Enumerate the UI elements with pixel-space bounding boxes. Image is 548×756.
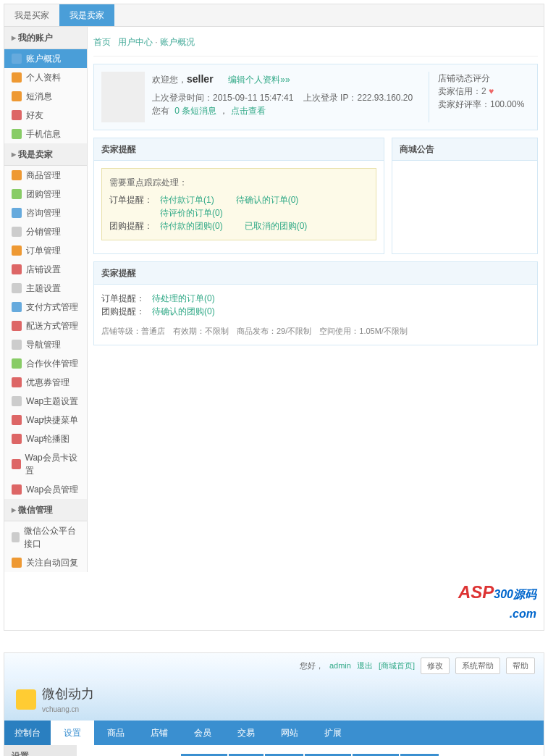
home-icon [12, 54, 22, 64]
goods-icon [12, 170, 22, 180]
distribute-icon [12, 227, 22, 237]
store-score: 店铺动态评分 卖家信用：2 ♥ 卖家好评率：100.00% [429, 72, 530, 122]
shipping-icon [12, 321, 22, 331]
username: seller [187, 73, 214, 85]
nav-extend[interactable]: 扩展 [311, 721, 355, 745]
role-tabs: 我是买家 我是卖家 [4, 4, 544, 27]
group-pending-link[interactable]: 待付款的团购(0) [160, 221, 223, 231]
sidebar-item-consult[interactable]: 咨询管理 [4, 203, 87, 222]
sidebar-item-nav[interactable]: 导航管理 [4, 335, 87, 354]
subtab-site[interactable]: 网站设置 [85, 754, 132, 757]
tab-seller[interactable]: 我是卖家 [59, 4, 114, 26]
wap-slide-icon [12, 434, 22, 444]
nav-settings[interactable]: 设置 [51, 721, 94, 745]
group-confirm-link[interactable]: 待确认的团购(0) [152, 306, 215, 316]
sidebar-item-store[interactable]: 店铺设置 [4, 260, 87, 279]
reply-icon [12, 558, 22, 568]
admin-main: 网站设置 系统设置 基本信息 Email 短信码 开发设置 货币设置 二维码 时… [77, 745, 544, 757]
sidebar-item-wap-theme[interactable]: Wap主题设置 [4, 392, 87, 411]
breadcrumb: 首页 用户中心 · 账户概况 [93, 33, 538, 56]
nav-goods[interactable]: 商品 [94, 721, 138, 745]
sidebar-item-partner[interactable]: 合作伙伴管理 [4, 354, 87, 373]
sidebar-item-shipping[interactable]: 配送方式管理 [4, 316, 87, 335]
sidebar-item-profile[interactable]: 个人资料 [4, 68, 87, 87]
subtab-sms[interactable]: 短信码 [265, 754, 303, 757]
subtab-currency[interactable]: 货币设置 [353, 754, 399, 757]
payment-icon [12, 302, 22, 312]
avatar [101, 72, 145, 122]
friends-icon [12, 110, 22, 120]
sidebar-item-friends[interactable]: 好友 [4, 106, 87, 125]
admin-panel: 您好，admin 退出 [商城首页] 修改 系统帮助 帮助 微创动力vchuan… [4, 652, 544, 756]
mail-icon [12, 91, 22, 101]
main-nav: 控制台 设置 商品 店铺 会员 交易 网站 扩展 [4, 721, 544, 745]
nav-icon [12, 340, 22, 350]
wap-card-icon [12, 459, 21, 469]
nav-member[interactable]: 会员 [181, 721, 224, 745]
group-icon [12, 189, 22, 199]
nav-website[interactable]: 网站 [268, 721, 311, 745]
last-login-ip: 222.93.160.20 [357, 93, 413, 103]
sidebar-item-wx-api[interactable]: 微信公众平台接口 [4, 521, 87, 553]
sidebar-item-wx-reply[interactable]: 关注自动回复 [4, 553, 87, 572]
edit-profile-link[interactable]: 编辑个人资料»» [228, 75, 290, 85]
msg-count-link[interactable]: 0 条短消息 [174, 106, 216, 116]
top-user-link[interactable]: admin [329, 660, 351, 672]
top-btn-3[interactable]: 帮助 [506, 658, 535, 674]
sidebar: 我的账户 账户概况 个人资料 短消息 好友 手机信息 我是卖家 商品管理 团购管… [4, 27, 88, 572]
wap-theme-icon [12, 396, 22, 406]
sidebar-item-payment[interactable]: 支付方式管理 [4, 298, 87, 316]
pending-review-link[interactable]: 待评价的订单(0) [160, 208, 223, 218]
nav-trade[interactable]: 交易 [224, 721, 268, 745]
subtab-dev[interactable]: 开发设置 [305, 754, 351, 757]
sidebar-item-wap-menu[interactable]: Wap快捷菜单 [4, 411, 87, 429]
sidebar-item-theme[interactable]: 主题设置 [4, 279, 87, 298]
wap-member-icon [12, 484, 22, 495]
topbar: 您好，admin 退出 [商城首页] 修改 系统帮助 帮助 [4, 653, 544, 679]
pending-process-link[interactable]: 待处理的订单(0) [152, 293, 215, 303]
sidebar-item-orders[interactable]: 订单管理 [4, 241, 87, 260]
sidebar-item-wap-member[interactable]: Wap会员管理 [4, 480, 87, 499]
header: 微创动力vchuang.cn [4, 679, 544, 721]
subtab-system[interactable]: 系统设置 [133, 754, 180, 757]
top-btn-1[interactable]: 修改 [421, 658, 450, 674]
sidebar-item-wap-card[interactable]: Wap会员卡设置 [4, 448, 87, 480]
sidebar-item-mobile[interactable]: 手机信息 [4, 125, 87, 143]
main-content: 首页 用户中心 · 账户概况 欢迎您，seller 编辑个人资料»» 上次登录时… [88, 27, 544, 572]
subtab-email[interactable]: Email [229, 754, 264, 757]
sidebar-item-overview[interactable]: 账户概况 [4, 49, 87, 68]
pending-pay-link[interactable]: 待付款订单(1) [160, 195, 214, 205]
nav-store[interactable]: 店铺 [138, 721, 181, 745]
sidebar-item-coupon[interactable]: 优惠券管理 [4, 373, 87, 392]
sidebar-item-distribute[interactable]: 分销管理 [4, 222, 87, 241]
user-center-panel: 我是买家 我是卖家 我的账户 账户概况 个人资料 短消息 好友 手机信息 我是卖… [4, 4, 544, 631]
subtab-basic[interactable]: 基本信息 [181, 754, 227, 757]
pending-confirm-link[interactable]: 待确认的订单(0) [236, 195, 299, 205]
coupon-icon [12, 377, 22, 387]
group-cancel-link[interactable]: 已取消的团购(0) [245, 221, 308, 231]
heart-icon: ♥ [489, 86, 494, 96]
sidebar-header-wechat: 微信管理 [4, 499, 87, 521]
tab-buyer[interactable]: 我是买家 [4, 4, 59, 26]
watermark: ASP300源码.com [4, 572, 544, 630]
theme-icon [12, 283, 22, 293]
view-msg-link[interactable]: 点击查看 [231, 106, 266, 116]
control-panel-label: 控制台 [4, 721, 51, 745]
announce-panel: 商城公告 [392, 138, 538, 254]
store-home-link[interactable]: [商城首页] [379, 660, 415, 672]
sidebar-item-messages[interactable]: 短消息 [4, 87, 87, 106]
logout-link[interactable]: 退出 [357, 660, 373, 672]
last-login-time: 2015-09-11 15:47:41 [213, 93, 293, 103]
sidebar-item-groupbuy[interactable]: 团购管理 [4, 185, 87, 203]
logo-icon [16, 689, 36, 710]
priority-notice: 需要重点跟踪处理： 订单提醒：待付款订单(1)待确认的订单(0) 待评价的订单(… [101, 168, 376, 240]
sidebar-header-seller: 我是卖家 [4, 143, 87, 166]
sidebar-item-wap-slide[interactable]: Wap轮播图 [4, 429, 87, 448]
wx-icon [12, 532, 20, 542]
store-icon [12, 264, 22, 274]
subtab-qr[interactable]: 二维码 [400, 754, 439, 757]
top-btn-2[interactable]: 系统帮助 [455, 658, 500, 674]
sub-tabs: 网站设置 系统设置 基本信息 Email 短信码 开发设置 货币设置 二维码 [85, 754, 535, 757]
sidebar-item-goods[interactable]: 商品管理 [4, 166, 87, 185]
order-icon [12, 245, 22, 256]
